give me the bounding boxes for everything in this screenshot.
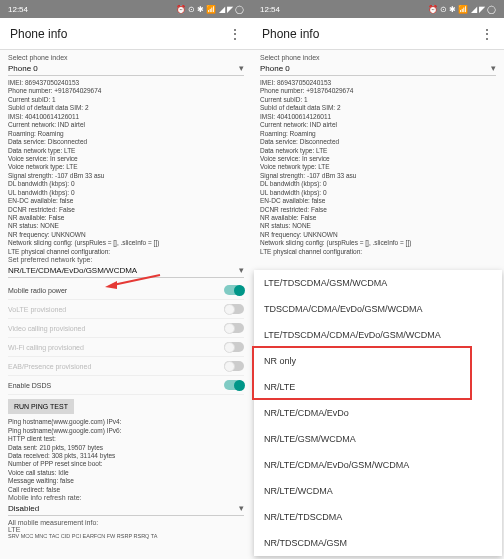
caret-down-icon: ▾	[239, 63, 244, 73]
phone-index-select[interactable]: Phone 0 ▾	[260, 61, 496, 76]
info-line: DL bandwidth (kbps): 0	[8, 180, 244, 188]
info-line: Roaming: Roaming	[8, 130, 244, 138]
info-line: Voice service: In service	[260, 155, 496, 163]
info-line: Current subID: 1	[8, 96, 244, 104]
toggles-block: Mobile radio powerVoLTE provisionedVideo…	[8, 281, 244, 395]
info-line: IMSI: 404100614126011	[260, 113, 496, 121]
toggle-label: VoLTE provisioned	[8, 306, 66, 313]
info-line: Call redirect: false	[8, 486, 244, 494]
info-line: Data network type: LTE	[8, 147, 244, 155]
page-title: Phone info	[10, 27, 67, 41]
info-line: Message waiting: false	[8, 477, 244, 485]
caret-down-icon: ▾	[491, 63, 496, 73]
info-line: Signal strength: -107 dBm 33 asu	[260, 172, 496, 180]
info-line: Roaming: Roaming	[260, 130, 496, 138]
info-line: Signal strength: -107 dBm 33 asu	[8, 172, 244, 180]
info-line: Current subID: 1	[260, 96, 496, 104]
info-line: LTE physical channel configuration:	[8, 248, 244, 256]
info-line: EN-DC available: false	[260, 197, 496, 205]
phone-info-block: IMEI: 869437050240153Phone number: +9187…	[260, 79, 496, 256]
left-body: Select phone index Phone 0 ▾ IMEI: 86943…	[0, 50, 252, 559]
refresh-select[interactable]: Disabled ▾	[8, 501, 244, 516]
info-line: NR status: NONE	[260, 222, 496, 230]
info-line: NR available: False	[260, 214, 496, 222]
caret-down-icon: ▾	[239, 503, 244, 513]
info-line: NR status: NONE	[8, 222, 244, 230]
toggle-switch[interactable]	[224, 285, 244, 295]
phone-index-value: Phone 0	[8, 64, 38, 73]
info-line: Phone number: +918764029674	[260, 87, 496, 95]
dropdown-item[interactable]: NR/LTE/CDMA/EvDo/GSM/WCDMA	[254, 452, 502, 478]
phone-index-value: Phone 0	[260, 64, 290, 73]
info-line: LTE physical channel configuration:	[260, 248, 496, 256]
phone-info-block: IMEI: 869437050240153Phone number: +9187…	[8, 79, 244, 256]
toggle-label: Video calling provisioned	[8, 325, 85, 332]
meas-lte: LTE	[8, 526, 244, 533]
info-line: Ping hostname(www.google.com) IPv6:	[8, 427, 244, 435]
pref-net-value: NR/LTE/CDMA/EvDo/GSM/WCDMA	[8, 266, 137, 275]
info-line: IMEI: 869437050240153	[260, 79, 496, 87]
info-line: Phone number: +918764029674	[8, 87, 244, 95]
info-line: DCNR restricted: False	[8, 206, 244, 214]
info-line: SubId of default data SIM: 2	[260, 104, 496, 112]
dropdown-item[interactable]: LTE/TDSCDMA/GSM/WCDMA	[254, 270, 502, 296]
info-line: Voice service: In service	[8, 155, 244, 163]
overflow-menu-icon[interactable]: ⋮	[480, 26, 494, 42]
toggle-switch[interactable]	[224, 380, 244, 390]
meas-label: All mobile measurement info:	[8, 519, 244, 526]
toggle-switch[interactable]	[224, 361, 244, 371]
info-line: Network slicing config: (urspRules = [],…	[8, 239, 244, 247]
run-ping-button[interactable]: RUN PING TEST	[8, 399, 74, 414]
toggle-row: Video calling provisioned	[8, 319, 244, 338]
info-line: SubId of default data SIM: 2	[8, 104, 244, 112]
toggle-label: Enable DSDS	[8, 382, 51, 389]
toggle-row: VoLTE provisioned	[8, 300, 244, 319]
info-line: Voice call status: Idle	[8, 469, 244, 477]
toggle-switch[interactable]	[224, 323, 244, 333]
dropdown-item[interactable]: NR/TDSCDMA/GSM	[254, 530, 502, 556]
info-line: Data service: Disconnected	[8, 138, 244, 146]
info-line: Data sent: 210 pkts, 19507 bytes	[8, 444, 244, 452]
info-line: Data service: Disconnected	[260, 138, 496, 146]
dropdown-item[interactable]: NR/LTE/WCDMA	[254, 478, 502, 504]
toggle-label: Wi-Fi calling provisioned	[8, 344, 84, 351]
meas-columns: SRV MCC MNC TAC CID PCI EARFCN FW RSRP R…	[8, 533, 244, 539]
info-line: Number of PPP reset since boot:	[8, 460, 244, 468]
dropdown-item[interactable]: NR/LTE/CDMA/EvDo	[254, 400, 502, 426]
toggle-switch[interactable]	[224, 342, 244, 352]
info-line: DL bandwidth (kbps): 0	[260, 180, 496, 188]
ping-results: Ping hostname(www.google.com) IPv4:Ping …	[8, 418, 244, 494]
dropdown-item[interactable]: NR/LTE/GSM/WCDMA	[254, 426, 502, 452]
status-bar: 12:54 ⏰ ⊙ ✱ 📶 ◢ ◤ ◯	[0, 0, 252, 18]
status-icons: ⏰ ⊙ ✱ 📶 ◢ ◤ ◯	[176, 5, 244, 14]
dropdown-item[interactable]: TDSCDMA/CDMA/EvDo/GSM/WCDMA	[254, 296, 502, 322]
info-line: DCNR restricted: False	[260, 206, 496, 214]
phone-index-label: Select phone index	[8, 54, 244, 61]
dropdown-item[interactable]: NR/LTE	[254, 374, 502, 400]
info-line: UL bandwidth (kbps): 0	[8, 189, 244, 197]
network-type-dropdown: LTE/TDSCDMA/GSM/WCDMATDSCDMA/CDMA/EvDo/G…	[254, 270, 502, 556]
info-line: UL bandwidth (kbps): 0	[260, 189, 496, 197]
toggle-switch[interactable]	[224, 304, 244, 314]
dropdown-item[interactable]: LTE/TDSCDMA/CDMA/EvDo/GSM/WCDMA	[254, 322, 502, 348]
toggle-label: EAB/Presence provisioned	[8, 363, 91, 370]
info-line: Data network type: LTE	[260, 147, 496, 155]
info-line: Voice network type: LTE	[260, 163, 496, 171]
phone-index-label: Select phone index	[260, 54, 496, 61]
pref-net-label: Set preferred network type:	[8, 256, 244, 263]
info-line: Data received: 308 pkts, 31144 bytes	[8, 452, 244, 460]
phone-index-select[interactable]: Phone 0 ▾	[8, 61, 244, 76]
info-line: NR frequency: UNKNOWN	[8, 231, 244, 239]
info-line: Current network: IND airtel	[8, 121, 244, 129]
app-header: Phone info ⋮	[252, 18, 504, 50]
page-title: Phone info	[262, 27, 319, 41]
info-line: HTTP client test:	[8, 435, 244, 443]
dropdown-item[interactable]: NR/LTE/TDSCDMA	[254, 504, 502, 530]
dropdown-item[interactable]: NR only	[254, 348, 502, 374]
overflow-menu-icon[interactable]: ⋮	[228, 26, 242, 42]
info-line: IMEI: 869437050240153	[8, 79, 244, 87]
toggle-row: Enable DSDS	[8, 376, 244, 395]
pref-net-select[interactable]: NR/LTE/CDMA/EvDo/GSM/WCDMA ▾	[8, 263, 244, 278]
info-line: IMSI: 404100614126011	[8, 113, 244, 121]
left-pane: 12:54 ⏰ ⊙ ✱ 📶 ◢ ◤ ◯ Phone info ⋮ Select …	[0, 0, 252, 559]
